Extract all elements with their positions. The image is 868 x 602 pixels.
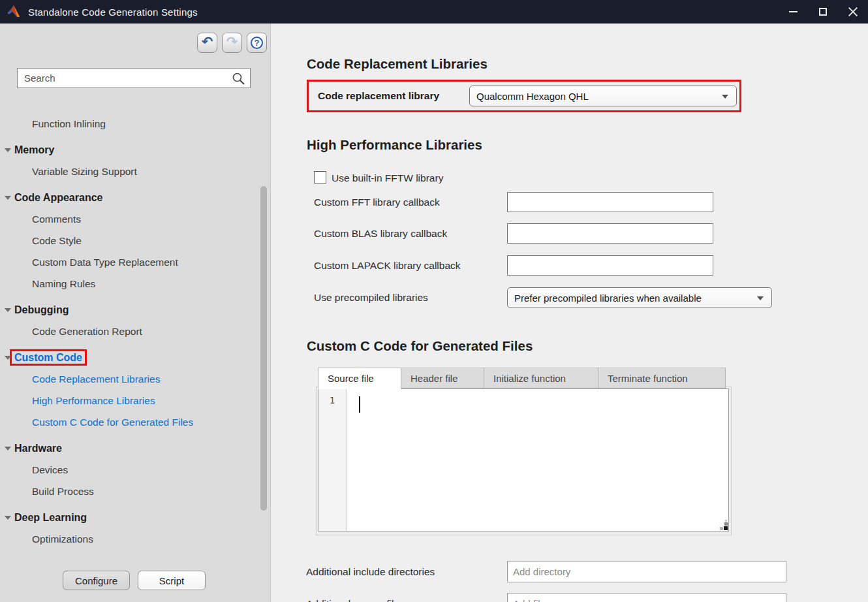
redo-button[interactable]: ↷ (222, 33, 242, 53)
line-number: 1 (318, 395, 346, 405)
use-builtin-fftw-label: Use built-in FFTW library (332, 168, 443, 188)
tree-item-custom-data-type-replacement[interactable]: Custom Data Type Replacement (0, 251, 260, 273)
tree-item-custom-c-code-for-generated-files[interactable]: Custom C Code for Generated Files (0, 411, 260, 433)
tree-item-code-generation-report[interactable]: Code Generation Report (0, 321, 260, 342)
code-replacement-library-dropdown[interactable]: Qualcomm Hexagon QHL (469, 86, 737, 106)
undo-button[interactable]: ↶ (197, 33, 217, 53)
tree-group-memory[interactable]: Memory (0, 139, 260, 161)
minimize-button[interactable] (778, 0, 808, 24)
tree-group-hardware[interactable]: Hardware (0, 437, 260, 459)
additional-include-directories-label: Additional include directories (306, 561, 435, 582)
tree-label: Devices (32, 464, 68, 475)
sidebar-scrollbar[interactable] (260, 186, 267, 511)
tree-label: Custom C Code for Generated Files (32, 417, 193, 428)
tree-label: Custom Code (12, 352, 84, 363)
tree-group-debugging[interactable]: Debugging (0, 299, 260, 321)
tree-group-custom-code[interactable]: Custom Code (0, 347, 260, 368)
window-controls (778, 0, 868, 24)
section-title-custom-c-code: Custom C Code for Generated Files (307, 338, 533, 354)
tab-source-file[interactable]: Source file (318, 368, 401, 389)
tree-label: Build Process (32, 486, 94, 497)
tree-label: Variable Sizing Support (32, 166, 137, 177)
tree-label: Hardware (14, 443, 62, 454)
tree-label: Comments (32, 214, 81, 225)
section-title-high-performance-libraries: High Performance Libraries (307, 137, 482, 153)
window-title: Standalone Code Generation Settings (28, 7, 198, 18)
collapse-triangle-icon[interactable] (5, 148, 11, 152)
collapse-triangle-icon[interactable] (5, 196, 11, 200)
custom-lapack-library-callback-label: Custom LAPACK library callback (314, 255, 461, 276)
tree-item-build-process[interactable]: Build Process (0, 481, 260, 502)
tree-item-devices[interactable]: Devices (0, 459, 260, 481)
undo-arrow-icon: ↶ (202, 35, 213, 48)
custom-code-tabs: Source fileHeader fileInitialize functio… (318, 368, 726, 389)
tree-item-naming-rules[interactable]: Naming Rules (0, 273, 260, 294)
search-input[interactable] (18, 69, 250, 87)
maximize-icon (819, 8, 827, 16)
tree-label: Optimizations (32, 533, 93, 545)
search-icon (232, 72, 245, 86)
custom-blas-library-callback-label: Custom BLAS library callback (314, 223, 447, 244)
collapse-triangle-icon[interactable] (5, 516, 11, 520)
collapse-triangle-icon[interactable] (5, 356, 11, 360)
tree-item-comments[interactable]: Comments (0, 208, 260, 230)
additional-include-directories-input[interactable] (507, 561, 786, 582)
tab-initialize-function[interactable]: Initialize function (484, 368, 598, 388)
tree-label: High Performance Libraries (32, 395, 155, 406)
use-builtin-fftw-checkbox[interactable] (314, 171, 326, 183)
section-title-code-replacement-libraries: Code Replacement Libraries (307, 56, 488, 72)
tree-item-variable-sizing-support[interactable]: Variable Sizing Support (0, 161, 260, 182)
settings-tree: Function InliningMemoryVariable Sizing S… (0, 113, 260, 550)
tab-terminate-function[interactable]: Terminate function (598, 368, 726, 388)
search-box (17, 68, 251, 88)
text-cursor (359, 396, 360, 413)
tree-label: Custom Data Type Replacement (32, 257, 178, 268)
custom-lapack-library-callback-input[interactable] (507, 255, 713, 276)
custom-blas-library-callback-input[interactable] (507, 223, 713, 244)
custom-fft-library-callback-input[interactable] (507, 192, 713, 212)
use-precompiled-libraries-label: Use precompiled libraries (314, 287, 428, 308)
code-replacement-annotated-row: Code replacement library Qualcomm Hexago… (307, 80, 741, 112)
close-button[interactable] (838, 0, 868, 24)
help-button[interactable]: ? (247, 33, 267, 53)
tree-group-code-appearance[interactable]: Code Appearance (0, 187, 260, 208)
tab-header-file[interactable]: Header file (401, 368, 484, 388)
tree-item-optimizations[interactable]: Optimizations (0, 528, 260, 550)
minimize-icon (789, 11, 798, 12)
use-precompiled-libraries-dropdown[interactable]: Prefer precompiled libraries when availa… (507, 287, 772, 308)
maximize-button[interactable] (808, 0, 838, 24)
dropdown-selected-value: Qualcomm Hexagon QHL (470, 91, 589, 102)
collapse-triangle-icon[interactable] (5, 447, 11, 451)
tree-item-high-performance-libraries[interactable]: High Performance Libraries (0, 390, 260, 411)
code-replacement-library-label: Code replacement library (318, 90, 439, 102)
chevron-down-icon (722, 95, 728, 99)
tree-label: Function Inlining (32, 118, 106, 129)
tree-label: Code Generation Report (32, 326, 142, 337)
tree-label: Code Replacement Libraries (32, 373, 160, 385)
tree-label: Memory (14, 144, 54, 155)
settings-sidebar: ↶ ↷ ? Function InliningMemoryVariable Si… (0, 24, 271, 602)
custom-fft-library-callback-label: Custom FFT library callback (314, 192, 440, 212)
resize-grip-icon[interactable] (719, 521, 728, 530)
chevron-down-icon (757, 296, 764, 300)
configure-button[interactable]: Configure (63, 571, 130, 590)
tree-item-function-inlining[interactable]: Function Inlining (0, 113, 260, 135)
tree-label: Debugging (14, 304, 69, 315)
source-file-code-editor[interactable]: 1 (318, 388, 729, 531)
script-button[interactable]: Script (138, 571, 206, 590)
collapse-triangle-icon[interactable] (5, 308, 11, 312)
tree-label: Naming Rules (32, 278, 95, 289)
editor-line-number-gutter: 1 (318, 389, 347, 531)
tree-label: Code Appearance (14, 192, 102, 203)
tree-label: Code Style (32, 235, 82, 246)
tree-group-deep-learning[interactable]: Deep Learning (0, 507, 260, 528)
help-question-icon: ? (251, 37, 263, 49)
tree-label: Deep Learning (14, 512, 87, 523)
tree-item-code-style[interactable]: Code Style (0, 230, 260, 251)
dropdown-selected-value: Prefer precompiled libraries when availa… (508, 293, 702, 304)
matlab-logo-icon (7, 4, 22, 20)
additional-source-files-input[interactable] (507, 593, 786, 602)
close-icon (848, 7, 858, 17)
window-titlebar: Standalone Code Generation Settings (0, 0, 868, 24)
tree-item-code-replacement-libraries[interactable]: Code Replacement Libraries (0, 368, 260, 390)
